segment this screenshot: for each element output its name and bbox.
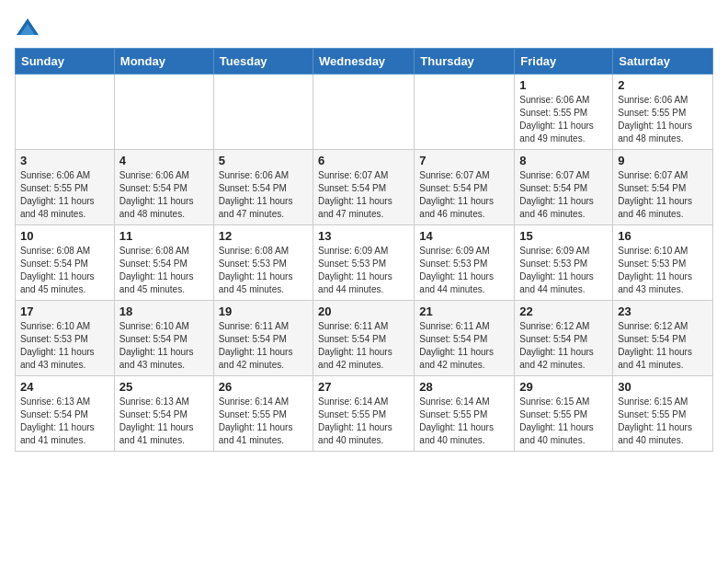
day-number: 27 — [318, 380, 409, 394]
day-info: Sunrise: 6:13 AM Sunset: 5:54 PM Dayligh… — [119, 396, 209, 447]
day-number: 1 — [519, 78, 608, 92]
day-info: Sunrise: 6:08 AM Sunset: 5:54 PM Dayligh… — [20, 245, 109, 296]
day-info: Sunrise: 6:10 AM Sunset: 5:53 PM Dayligh… — [20, 320, 109, 372]
calendar-cell: 6Sunrise: 6:07 AM Sunset: 5:54 PM Daylig… — [313, 150, 415, 225]
day-number: 19 — [219, 304, 308, 318]
day-info: Sunrise: 6:13 AM Sunset: 5:54 PM Dayligh… — [20, 396, 109, 447]
day-info: Sunrise: 6:09 AM Sunset: 5:53 PM Dayligh… — [318, 245, 409, 296]
day-number: 20 — [318, 304, 409, 318]
logo — [15, 15, 44, 40]
day-info: Sunrise: 6:11 AM Sunset: 5:54 PM Dayligh… — [219, 320, 308, 372]
calendar-cell: 11Sunrise: 6:08 AM Sunset: 5:54 PM Dayli… — [114, 225, 213, 301]
calendar-cell: 18Sunrise: 6:10 AM Sunset: 5:54 PM Dayli… — [114, 301, 213, 376]
calendar-cell: 8Sunrise: 6:07 AM Sunset: 5:54 PM Daylig… — [515, 150, 613, 225]
day-number: 8 — [519, 154, 608, 167]
calendar-cell: 30Sunrise: 6:15 AM Sunset: 5:55 PM Dayli… — [613, 376, 713, 452]
calendar-cell: 21Sunrise: 6:11 AM Sunset: 5:54 PM Dayli… — [415, 301, 515, 376]
weekday-header: Wednesday — [313, 49, 415, 75]
day-info: Sunrise: 6:10 AM Sunset: 5:53 PM Dayligh… — [618, 245, 708, 296]
day-number: 28 — [419, 380, 509, 394]
logo-icon — [15, 15, 40, 40]
calendar-cell — [313, 75, 415, 150]
day-info: Sunrise: 6:14 AM Sunset: 5:55 PM Dayligh… — [318, 396, 409, 447]
day-number: 2 — [618, 78, 708, 92]
calendar-cell: 3Sunrise: 6:06 AM Sunset: 5:55 PM Daylig… — [16, 150, 115, 225]
calendar-week-row: 3Sunrise: 6:06 AM Sunset: 5:55 PM Daylig… — [16, 150, 713, 225]
day-info: Sunrise: 6:07 AM Sunset: 5:54 PM Dayligh… — [618, 169, 708, 221]
day-number: 5 — [219, 154, 308, 167]
day-info: Sunrise: 6:11 AM Sunset: 5:54 PM Dayligh… — [318, 320, 409, 372]
calendar-cell: 15Sunrise: 6:09 AM Sunset: 5:53 PM Dayli… — [515, 225, 613, 301]
day-info: Sunrise: 6:10 AM Sunset: 5:54 PM Dayligh… — [119, 320, 209, 372]
calendar-cell: 5Sunrise: 6:06 AM Sunset: 5:54 PM Daylig… — [213, 150, 313, 225]
calendar-cell: 1Sunrise: 6:06 AM Sunset: 5:55 PM Daylig… — [515, 75, 613, 150]
day-info: Sunrise: 6:15 AM Sunset: 5:55 PM Dayligh… — [519, 396, 608, 447]
calendar-table: SundayMondayTuesdayWednesdayThursdayFrid… — [15, 48, 713, 452]
weekday-header: Thursday — [415, 49, 515, 75]
weekday-header: Sunday — [16, 49, 115, 75]
weekday-header: Monday — [114, 49, 213, 75]
day-info: Sunrise: 6:07 AM Sunset: 5:54 PM Dayligh… — [318, 169, 409, 221]
calendar-cell — [213, 75, 313, 150]
day-number: 12 — [219, 229, 308, 243]
day-info: Sunrise: 6:08 AM Sunset: 5:53 PM Dayligh… — [219, 245, 308, 296]
calendar-cell: 29Sunrise: 6:15 AM Sunset: 5:55 PM Dayli… — [515, 376, 613, 452]
calendar-cell: 14Sunrise: 6:09 AM Sunset: 5:53 PM Dayli… — [415, 225, 515, 301]
day-number: 13 — [318, 229, 409, 243]
calendar-cell: 7Sunrise: 6:07 AM Sunset: 5:54 PM Daylig… — [415, 150, 515, 225]
calendar-cell: 17Sunrise: 6:10 AM Sunset: 5:53 PM Dayli… — [16, 301, 115, 376]
calendar-cell: 24Sunrise: 6:13 AM Sunset: 5:54 PM Dayli… — [16, 376, 115, 452]
calendar-cell — [114, 75, 213, 150]
day-number: 11 — [119, 229, 209, 243]
calendar-cell: 16Sunrise: 6:10 AM Sunset: 5:53 PM Dayli… — [613, 225, 713, 301]
day-info: Sunrise: 6:06 AM Sunset: 5:55 PM Dayligh… — [519, 94, 608, 145]
day-info: Sunrise: 6:08 AM Sunset: 5:54 PM Dayligh… — [119, 245, 209, 296]
day-info: Sunrise: 6:06 AM Sunset: 5:55 PM Dayligh… — [618, 94, 708, 145]
day-number: 17 — [20, 304, 109, 318]
calendar-week-row: 17Sunrise: 6:10 AM Sunset: 5:53 PM Dayli… — [16, 301, 713, 376]
day-number: 10 — [20, 229, 109, 243]
day-number: 3 — [20, 154, 109, 167]
calendar-header-row: SundayMondayTuesdayWednesdayThursdayFrid… — [16, 49, 713, 75]
day-number: 14 — [419, 229, 509, 243]
day-info: Sunrise: 6:12 AM Sunset: 5:54 PM Dayligh… — [519, 320, 608, 372]
day-info: Sunrise: 6:09 AM Sunset: 5:53 PM Dayligh… — [419, 245, 509, 296]
weekday-header: Friday — [515, 49, 613, 75]
day-number: 24 — [20, 380, 109, 394]
day-number: 9 — [618, 154, 708, 167]
weekday-header: Saturday — [613, 49, 713, 75]
calendar-week-row: 24Sunrise: 6:13 AM Sunset: 5:54 PM Dayli… — [16, 376, 713, 452]
day-number: 16 — [618, 229, 708, 243]
day-number: 29 — [519, 380, 608, 394]
day-number: 6 — [318, 154, 409, 167]
day-number: 21 — [419, 304, 509, 318]
day-number: 26 — [219, 380, 308, 394]
day-number: 23 — [618, 304, 708, 318]
weekday-header: Tuesday — [213, 49, 313, 75]
day-info: Sunrise: 6:06 AM Sunset: 5:54 PM Dayligh… — [219, 169, 308, 221]
day-info: Sunrise: 6:12 AM Sunset: 5:54 PM Dayligh… — [618, 320, 708, 372]
day-info: Sunrise: 6:14 AM Sunset: 5:55 PM Dayligh… — [219, 396, 308, 447]
calendar-cell: 25Sunrise: 6:13 AM Sunset: 5:54 PM Dayli… — [114, 376, 213, 452]
calendar-cell: 19Sunrise: 6:11 AM Sunset: 5:54 PM Dayli… — [213, 301, 313, 376]
day-number: 30 — [618, 380, 708, 394]
calendar-cell: 22Sunrise: 6:12 AM Sunset: 5:54 PM Dayli… — [515, 301, 613, 376]
day-info: Sunrise: 6:11 AM Sunset: 5:54 PM Dayligh… — [419, 320, 509, 372]
day-info: Sunrise: 6:07 AM Sunset: 5:54 PM Dayligh… — [419, 169, 509, 221]
calendar-cell — [16, 75, 115, 150]
day-number: 4 — [119, 154, 209, 167]
day-number: 15 — [519, 229, 608, 243]
calendar-cell: 23Sunrise: 6:12 AM Sunset: 5:54 PM Dayli… — [613, 301, 713, 376]
day-info: Sunrise: 6:07 AM Sunset: 5:54 PM Dayligh… — [519, 169, 608, 221]
calendar-week-row: 10Sunrise: 6:08 AM Sunset: 5:54 PM Dayli… — [16, 225, 713, 301]
day-number: 18 — [119, 304, 209, 318]
day-number: 7 — [419, 154, 509, 167]
calendar-cell: 4Sunrise: 6:06 AM Sunset: 5:54 PM Daylig… — [114, 150, 213, 225]
calendar-week-row: 1Sunrise: 6:06 AM Sunset: 5:55 PM Daylig… — [16, 75, 713, 150]
day-info: Sunrise: 6:06 AM Sunset: 5:54 PM Dayligh… — [119, 169, 209, 221]
day-number: 25 — [119, 380, 209, 394]
header — [15, 15, 713, 40]
calendar-cell: 2Sunrise: 6:06 AM Sunset: 5:55 PM Daylig… — [613, 75, 713, 150]
page: SundayMondayTuesdayWednesdayThursdayFrid… — [0, 0, 728, 466]
calendar-cell: 10Sunrise: 6:08 AM Sunset: 5:54 PM Dayli… — [16, 225, 115, 301]
